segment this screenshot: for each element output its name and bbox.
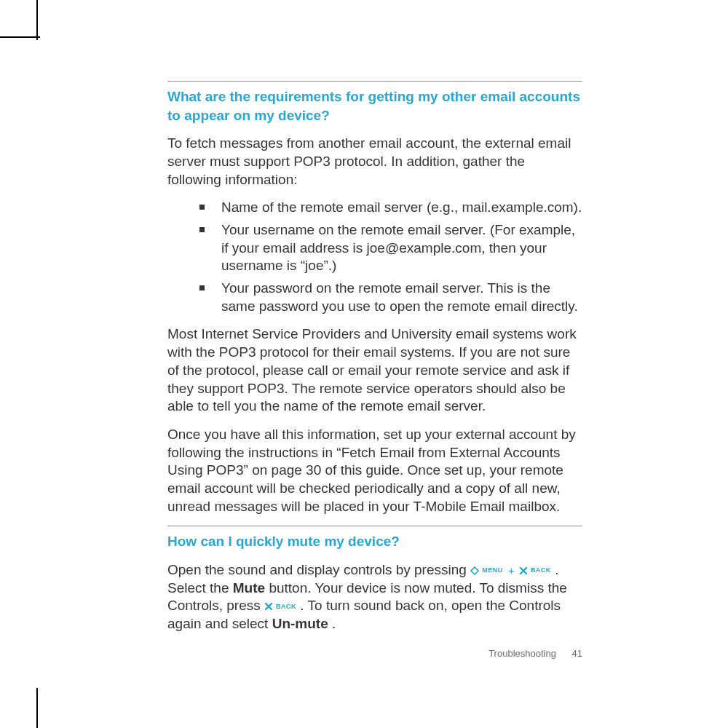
faq1-list: Name of the remote email server (e.g., m…	[167, 199, 582, 315]
back-label: BACK	[531, 566, 551, 575]
plus-separator: +	[508, 564, 518, 577]
faq2-body: Open the sound and display controls by p…	[167, 561, 582, 633]
crop-mark-left	[36, 0, 38, 40]
content-column: What are the requirements for getting my…	[167, 76, 582, 644]
unmute-label: Un-mute	[272, 616, 328, 631]
diamond-icon	[470, 566, 479, 575]
horizontal-rule	[167, 526, 582, 526]
back-button-icon: BACK	[264, 602, 296, 611]
horizontal-rule	[167, 81, 582, 82]
faq1-intro: To fetch messages from another email acc…	[167, 135, 582, 189]
page-footer: Troubleshooting 41	[167, 648, 582, 659]
faq-heading-2: How can I quickly mute my device?	[167, 532, 582, 551]
page-number: 41	[572, 648, 582, 659]
list-item: Name of the remote email server (e.g., m…	[167, 199, 582, 217]
faq1-para2: Most Internet Service Providers and Univ…	[167, 325, 582, 415]
back-button-icon: BACK	[519, 566, 551, 575]
crop-mark-bottom	[36, 688, 38, 728]
x-icon	[519, 566, 528, 575]
faq-heading-1: What are the requirements for getting my…	[167, 87, 582, 124]
footer-section: Troubleshooting	[488, 648, 556, 659]
square-bullet-icon	[199, 205, 205, 210]
menu-button-icon: MENU	[470, 566, 503, 575]
crop-mark-top	[0, 36, 40, 38]
mute-label: Mute	[233, 580, 265, 596]
square-bullet-icon	[199, 285, 205, 290]
list-item: Your username on the remote email server…	[167, 221, 582, 275]
list-item-text: Your username on the remote email server…	[221, 222, 575, 273]
list-item-text: Name of the remote email server (e.g., m…	[221, 199, 582, 215]
body-fragment: Open the sound and display controls by p…	[167, 562, 470, 577]
faq1-para3: Once you have all this information, set …	[167, 426, 582, 515]
body-fragment: .	[332, 616, 336, 631]
list-item: Your password on the remote email server…	[167, 280, 582, 315]
back-label: BACK	[276, 603, 296, 612]
menu-label: MENU	[482, 566, 503, 575]
document-page: What are the requirements for getting my…	[0, 0, 728, 728]
square-bullet-icon	[199, 227, 205, 232]
x-icon	[264, 602, 273, 611]
list-item-text: Your password on the remote email server…	[221, 280, 578, 314]
